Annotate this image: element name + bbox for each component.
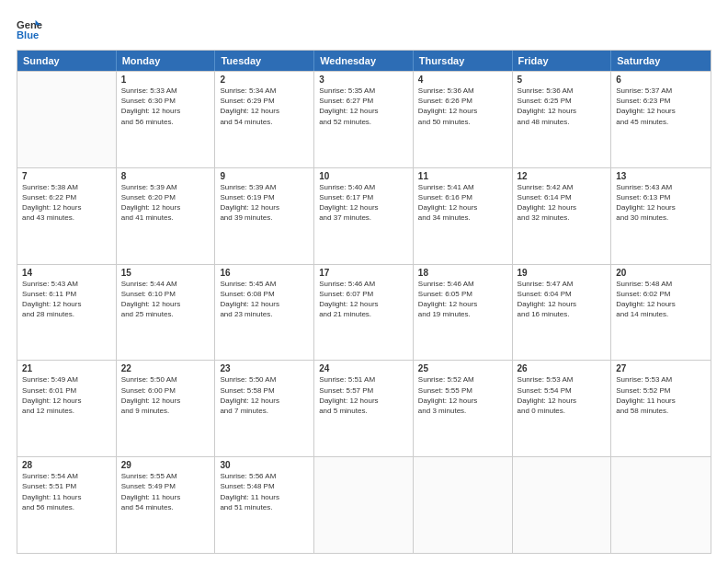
weekday-header-monday: Monday: [117, 51, 216, 71]
cell-info: Sunrise: 5:40 AM Sunset: 6:17 PM Dayligh…: [319, 182, 408, 224]
calendar-cell: [414, 457, 513, 553]
calendar-cell: 28Sunrise: 5:54 AM Sunset: 5:51 PM Dayli…: [17, 457, 117, 553]
calendar-cell: 3Sunrise: 5:35 AM Sunset: 6:27 PM Daylig…: [314, 72, 414, 167]
calendar-row-0: 1Sunrise: 5:33 AM Sunset: 6:30 PM Daylig…: [17, 71, 711, 167]
calendar-cell: 1Sunrise: 5:33 AM Sunset: 6:30 PM Daylig…: [117, 72, 216, 167]
cell-info: Sunrise: 5:45 AM Sunset: 6:08 PM Dayligh…: [220, 279, 309, 320]
cell-info: Sunrise: 5:44 AM Sunset: 6:10 PM Dayligh…: [121, 279, 210, 320]
calendar-cell: 24Sunrise: 5:51 AM Sunset: 5:57 PM Dayli…: [314, 361, 414, 456]
svg-text:Blue: Blue: [17, 29, 39, 40]
calendar-cell: 18Sunrise: 5:46 AM Sunset: 6:05 PM Dayli…: [414, 265, 513, 361]
cell-info: Sunrise: 5:36 AM Sunset: 6:25 PM Dayligh…: [518, 86, 607, 127]
cell-info: Sunrise: 5:39 AM Sunset: 6:19 PM Dayligh…: [220, 182, 309, 224]
cell-info: Sunrise: 5:46 AM Sunset: 6:07 PM Dayligh…: [319, 279, 408, 320]
cell-info: Sunrise: 5:52 AM Sunset: 5:55 PM Dayligh…: [418, 374, 507, 416]
day-number: 24: [319, 363, 408, 373]
calendar-cell: 22Sunrise: 5:50 AM Sunset: 6:00 PM Dayli…: [117, 361, 216, 456]
day-number: 9: [220, 171, 309, 181]
calendar-cell: [17, 72, 117, 167]
calendar-cell: 10Sunrise: 5:40 AM Sunset: 6:17 PM Dayli…: [314, 168, 414, 264]
calendar-cell: 26Sunrise: 5:53 AM Sunset: 5:54 PM Dayli…: [513, 361, 612, 456]
calendar: SundayMondayTuesdayWednesdayThursdayFrid…: [17, 50, 711, 554]
calendar-cell: 13Sunrise: 5:43 AM Sunset: 6:13 PM Dayli…: [611, 168, 711, 264]
day-number: 12: [518, 171, 607, 181]
header: General Blue: [17, 17, 711, 42]
cell-info: Sunrise: 5:38 AM Sunset: 6:22 PM Dayligh…: [22, 182, 111, 224]
cell-info: Sunrise: 5:49 AM Sunset: 6:01 PM Dayligh…: [22, 374, 111, 416]
cell-info: Sunrise: 5:54 AM Sunset: 5:51 PM Dayligh…: [22, 471, 111, 512]
day-number: 3: [319, 75, 408, 85]
day-number: 22: [121, 363, 210, 373]
calendar-cell: 17Sunrise: 5:46 AM Sunset: 6:07 PM Dayli…: [314, 265, 414, 361]
calendar-cell: 8Sunrise: 5:39 AM Sunset: 6:20 PM Daylig…: [117, 168, 216, 264]
day-number: 26: [518, 363, 607, 373]
calendar-cell: 7Sunrise: 5:38 AM Sunset: 6:22 PM Daylig…: [17, 168, 117, 264]
calendar-cell: 30Sunrise: 5:56 AM Sunset: 5:48 PM Dayli…: [215, 457, 314, 553]
logo-icon: General Blue: [17, 17, 42, 42]
cell-info: Sunrise: 5:53 AM Sunset: 5:52 PM Dayligh…: [616, 374, 706, 416]
calendar-cell: 12Sunrise: 5:42 AM Sunset: 6:14 PM Dayli…: [513, 168, 612, 264]
cell-info: Sunrise: 5:56 AM Sunset: 5:48 PM Dayligh…: [220, 471, 309, 512]
day-number: 15: [121, 268, 210, 278]
weekday-header-sunday: Sunday: [17, 51, 117, 71]
weekday-header-thursday: Thursday: [414, 51, 513, 71]
calendar-cell: [314, 457, 414, 553]
calendar-cell: 16Sunrise: 5:45 AM Sunset: 6:08 PM Dayli…: [215, 265, 314, 361]
weekday-header-saturday: Saturday: [611, 51, 711, 71]
day-number: 29: [121, 460, 210, 470]
day-number: 1: [121, 75, 210, 85]
cell-info: Sunrise: 5:34 AM Sunset: 6:29 PM Dayligh…: [220, 86, 309, 127]
day-number: 25: [418, 363, 507, 373]
cell-info: Sunrise: 5:47 AM Sunset: 6:04 PM Dayligh…: [518, 279, 607, 320]
calendar-cell: 5Sunrise: 5:36 AM Sunset: 6:25 PM Daylig…: [513, 72, 612, 167]
calendar-cell: 21Sunrise: 5:49 AM Sunset: 6:01 PM Dayli…: [17, 361, 117, 456]
calendar-row-1: 7Sunrise: 5:38 AM Sunset: 6:22 PM Daylig…: [17, 167, 711, 264]
calendar-header: SundayMondayTuesdayWednesdayThursdayFrid…: [17, 51, 711, 71]
calendar-cell: 9Sunrise: 5:39 AM Sunset: 6:19 PM Daylig…: [215, 168, 314, 264]
calendar-cell: 2Sunrise: 5:34 AM Sunset: 6:29 PM Daylig…: [215, 72, 314, 167]
day-number: 4: [418, 75, 507, 85]
page: General Blue SundayMondayTuesdayWednesda…: [0, 0, 728, 563]
calendar-cell: 19Sunrise: 5:47 AM Sunset: 6:04 PM Dayli…: [513, 265, 612, 361]
calendar-row-2: 14Sunrise: 5:43 AM Sunset: 6:11 PM Dayli…: [17, 264, 711, 361]
day-number: 20: [616, 268, 706, 278]
calendar-cell: 29Sunrise: 5:55 AM Sunset: 5:49 PM Dayli…: [117, 457, 216, 553]
day-number: 21: [22, 363, 111, 373]
calendar-cell: 25Sunrise: 5:52 AM Sunset: 5:55 PM Dayli…: [414, 361, 513, 456]
day-number: 16: [220, 268, 309, 278]
day-number: 17: [319, 268, 408, 278]
day-number: 5: [518, 75, 607, 85]
cell-info: Sunrise: 5:53 AM Sunset: 5:54 PM Dayligh…: [518, 374, 607, 416]
calendar-cell: [611, 457, 711, 553]
weekday-header-wednesday: Wednesday: [314, 51, 414, 71]
day-number: 10: [319, 171, 408, 181]
calendar-cell: 23Sunrise: 5:50 AM Sunset: 5:58 PM Dayli…: [215, 361, 314, 456]
weekday-header-tuesday: Tuesday: [215, 51, 314, 71]
day-number: 11: [418, 171, 507, 181]
day-number: 2: [220, 75, 309, 85]
day-number: 18: [418, 268, 507, 278]
cell-info: Sunrise: 5:42 AM Sunset: 6:14 PM Dayligh…: [518, 182, 607, 224]
calendar-cell: 14Sunrise: 5:43 AM Sunset: 6:11 PM Dayli…: [17, 265, 117, 361]
weekday-header-friday: Friday: [513, 51, 612, 71]
day-number: 7: [22, 171, 111, 181]
calendar-cell: 27Sunrise: 5:53 AM Sunset: 5:52 PM Dayli…: [611, 361, 711, 456]
calendar-cell: 15Sunrise: 5:44 AM Sunset: 6:10 PM Dayli…: [117, 265, 216, 361]
cell-info: Sunrise: 5:36 AM Sunset: 6:26 PM Dayligh…: [418, 86, 507, 127]
cell-info: Sunrise: 5:37 AM Sunset: 6:23 PM Dayligh…: [616, 86, 706, 127]
day-number: 28: [22, 460, 111, 470]
cell-info: Sunrise: 5:46 AM Sunset: 6:05 PM Dayligh…: [418, 279, 507, 320]
calendar-cell: [513, 457, 612, 553]
cell-info: Sunrise: 5:55 AM Sunset: 5:49 PM Dayligh…: [121, 471, 210, 512]
cell-info: Sunrise: 5:48 AM Sunset: 6:02 PM Dayligh…: [616, 279, 706, 320]
cell-info: Sunrise: 5:39 AM Sunset: 6:20 PM Dayligh…: [121, 182, 210, 224]
day-number: 13: [616, 171, 706, 181]
day-number: 14: [22, 268, 111, 278]
calendar-row-4: 28Sunrise: 5:54 AM Sunset: 5:51 PM Dayli…: [17, 456, 711, 553]
calendar-cell: 11Sunrise: 5:41 AM Sunset: 6:16 PM Dayli…: [414, 168, 513, 264]
cell-info: Sunrise: 5:50 AM Sunset: 6:00 PM Dayligh…: [121, 374, 210, 416]
cell-info: Sunrise: 5:43 AM Sunset: 6:11 PM Dayligh…: [22, 279, 111, 320]
cell-info: Sunrise: 5:33 AM Sunset: 6:30 PM Dayligh…: [121, 86, 210, 127]
day-number: 19: [518, 268, 607, 278]
day-number: 6: [616, 75, 706, 85]
